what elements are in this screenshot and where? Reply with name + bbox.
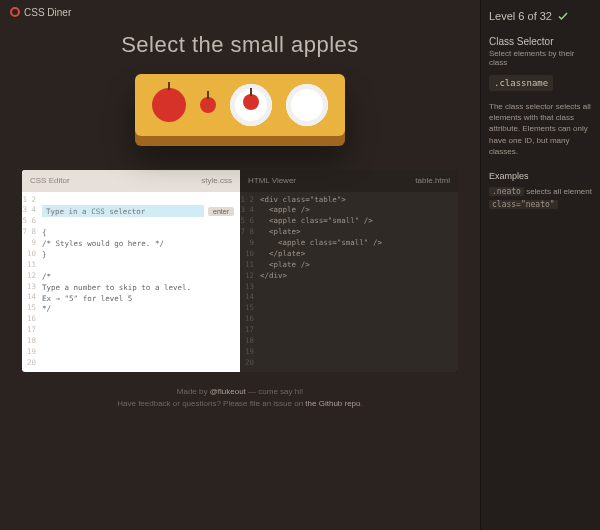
- footer-text: — come say hi!: [246, 387, 303, 396]
- level-instruction: Select the small apples: [22, 32, 458, 58]
- level-text: Level 6 of 32: [489, 10, 552, 22]
- css-editor-pane: CSS Editor style.css 1 2 3 4 5 6 7 8 9 1…: [22, 170, 240, 372]
- html-viewer-title: HTML Viewer: [248, 175, 296, 187]
- plate[interactable]: [230, 84, 272, 126]
- css-editor-title: CSS Editor: [30, 175, 70, 187]
- apple[interactable]: [152, 88, 186, 122]
- html-viewer-pane: HTML Viewer table.html 1 2 3 4 5 6 7 8 9…: [240, 170, 458, 372]
- game-table: [135, 74, 345, 136]
- examples-list: .neato selects all elements withclass="n…: [489, 187, 592, 209]
- enter-button[interactable]: enter: [208, 207, 234, 216]
- plate[interactable]: [286, 84, 328, 126]
- selector-description: The class selector selects all elements …: [489, 101, 592, 157]
- app-title: CSS Diner: [24, 7, 71, 18]
- footer-text: .: [361, 399, 363, 408]
- footer-text: Made by: [177, 387, 210, 396]
- github-link[interactable]: the Github repo: [305, 399, 360, 408]
- example-line: .neato selects all elements with: [489, 187, 592, 196]
- selector-input[interactable]: [42, 205, 204, 217]
- example-token: class="neato": [489, 200, 558, 209]
- css-editor-file: style.css: [201, 175, 232, 187]
- level-indicator[interactable]: Level 6 of 32: [489, 10, 592, 22]
- selector-subtitle: Select elements by their class: [489, 49, 592, 67]
- syntax-token: .classname: [489, 75, 553, 91]
- html-viewer-file: table.html: [415, 175, 450, 187]
- examples-heading: Examples: [489, 171, 592, 181]
- example-line: class="neato": [489, 200, 592, 209]
- page-footer: Made by @flukeout — come say hi! Have fe…: [22, 386, 458, 412]
- check-icon: [557, 10, 569, 22]
- line-numbers: 1 2 3 4 5 6 7 8 9 10 11 12 13 14 15 16 1…: [240, 192, 258, 372]
- apple-small[interactable]: [200, 97, 216, 113]
- selector-title: Class Selector: [489, 36, 592, 47]
- html-markup-text: <div class="table"> <apple /> <apple cla…: [258, 192, 458, 372]
- apple-small[interactable]: [243, 94, 259, 110]
- author-link[interactable]: @flukeout: [210, 387, 246, 396]
- css-body-text: { /* Styles would go here. */ } /* Type …: [42, 228, 191, 313]
- footer-text: Have feedback or questions? Please file …: [117, 399, 305, 408]
- editor-area: CSS Editor style.css 1 2 3 4 5 6 7 8 9 1…: [22, 170, 458, 372]
- logo-icon: [10, 7, 20, 17]
- line-numbers: 1 2 3 4 5 6 7 8 9 10 11 12 13 14 15 16 1…: [22, 192, 40, 372]
- help-sidebar: Level 6 of 32 Class Selector Select elem…: [480, 0, 600, 530]
- app-logo[interactable]: CSS Diner: [10, 7, 71, 18]
- example-token: .neato: [489, 187, 524, 196]
